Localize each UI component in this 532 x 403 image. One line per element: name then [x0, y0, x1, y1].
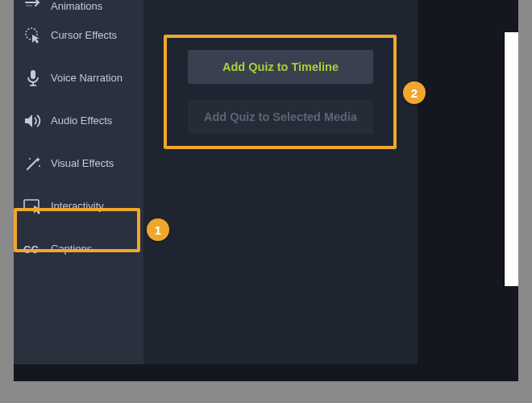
- svg-line-4: [27, 160, 36, 169]
- interactivity-panel: Add Quiz to Timeline Add Quiz to Selecte…: [143, 0, 418, 364]
- sidebar-item-voice-narration[interactable]: Voice Narration: [14, 56, 143, 99]
- svg-rect-1: [31, 70, 35, 79]
- interactivity-icon: [22, 197, 44, 216]
- sidebar-item-interactivity[interactable]: Interactivity: [14, 185, 143, 227]
- button-label: Add Quiz to Selected Media: [204, 110, 357, 123]
- wand-icon: [22, 154, 44, 173]
- sidebar-item-label: Voice Narration: [51, 72, 123, 84]
- annotation-badge-2: 2: [403, 81, 426, 104]
- timeline-strip: [14, 364, 518, 381]
- svg-point-5: [29, 158, 31, 160]
- sidebar-item-cursor-effects[interactable]: Cursor Effects: [14, 14, 143, 56]
- sidebar-item-label: Animations: [51, 0, 102, 12]
- captions-icon: CC: [22, 239, 44, 259]
- svg-point-6: [39, 165, 40, 167]
- sidebar-item-visual-effects[interactable]: Visual Effects: [14, 142, 143, 185]
- add-quiz-selected-media-button: Add Quiz to Selected Media: [188, 100, 373, 134]
- annotation-badge-1: 1: [147, 218, 169, 241]
- animations-icon: [22, 0, 44, 12]
- sidebar-item-label: Visual Effects: [51, 157, 114, 169]
- preview-area: [418, 0, 518, 364]
- sidebar-item-label: Cursor Effects: [51, 29, 117, 41]
- sidebar-item-label: Audio Effects: [51, 114, 112, 127]
- sidebar-item-audio-effects[interactable]: Audio Effects: [14, 99, 143, 142]
- sidebar-item-animations[interactable]: Animations: [14, 0, 143, 14]
- speaker-icon: [22, 111, 44, 131]
- preview-canvas-edge: [504, 32, 518, 286]
- app-frame: Animations Cursor Effects Voice Narr: [14, 0, 518, 381]
- cursor-effects-icon: [22, 26, 44, 45]
- sidebar-item-label: Interactivity: [51, 200, 104, 212]
- svg-text:CC: CC: [23, 243, 39, 256]
- sidebar-item-captions[interactable]: CC Captions: [14, 227, 143, 270]
- add-quiz-timeline-button[interactable]: Add Quiz to Timeline: [188, 50, 373, 84]
- button-label: Add Quiz to Timeline: [222, 60, 339, 73]
- sidebar-item-label: Captions: [51, 243, 92, 255]
- tools-sidebar: Animations Cursor Effects Voice Narr: [14, 0, 143, 364]
- microphone-icon: [22, 69, 44, 88]
